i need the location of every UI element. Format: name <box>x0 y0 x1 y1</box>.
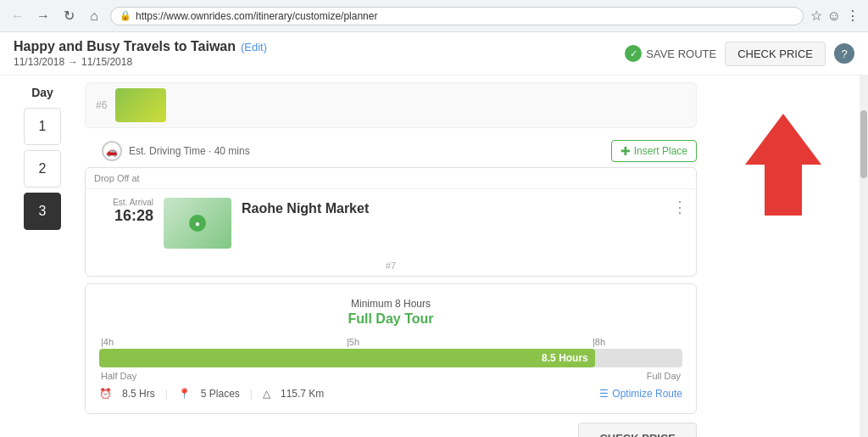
forward-button[interactable]: → <box>34 7 53 25</box>
clock-icon: ⏰ <box>99 388 112 400</box>
arrival-time: 16:28 <box>114 207 153 225</box>
red-arrow-icon <box>741 109 826 220</box>
car-icon: 🚗 <box>102 141 122 161</box>
day-label: Day <box>31 86 53 99</box>
plus-icon: ✚ <box>620 144 631 158</box>
page-wrapper: Happy and Busy Travels to Taiwan (Edit) … <box>0 32 868 437</box>
check-price-header-button[interactable]: CHECK PRICE <box>725 42 826 66</box>
place-info: Raohe Night Market <box>242 198 662 249</box>
place-thumbnail: ● <box>164 198 231 249</box>
menu-button[interactable]: ⋮ <box>846 8 860 24</box>
partial-place-num: #6 <box>96 99 107 111</box>
browser-actions: ☆ ☺ ⋮ <box>810 8 860 24</box>
browser-chrome: ← → ↻ ⌂ 🔒 https://www.ownrides.com/itine… <box>0 0 868 32</box>
half-day-label: Half Day <box>101 371 136 381</box>
save-route-label: SAVE ROUTE <box>646 48 716 60</box>
day-1-button[interactable]: 1 <box>24 108 61 145</box>
date-range: 11/13/2018 → 11/15/2018 <box>14 56 267 68</box>
optimize-icon: ☰ <box>599 388 609 400</box>
place-card-top: Drop Off at <box>86 168 696 189</box>
min-hours-label: Minimum 8 Hours <box>99 298 682 310</box>
back-button[interactable]: ← <box>8 7 27 25</box>
progress-container: |4h |5h |8h 8.5 Hours Half Day Full Day <box>99 337 682 381</box>
header-left: Happy and Busy Travels to Taiwan (Edit) … <box>14 39 267 68</box>
title-text: Happy and Busy Travels to Taiwan <box>14 39 236 54</box>
day-sidebar: Day 1 2 3 <box>0 76 85 437</box>
distance-stat: 115.7 Km <box>281 388 324 400</box>
arrival-info: Est. Arrival 16:28 <box>94 198 153 249</box>
places-stat: 5 Places <box>201 388 240 400</box>
map-pin: ● <box>189 215 206 232</box>
date-start: 11/13/2018 <box>14 56 64 68</box>
profile-button[interactable]: ☺ <box>827 8 841 24</box>
pin-icon: 📍 <box>178 388 191 400</box>
progress-track: 8.5 Hours <box>99 349 682 367</box>
page-header: Happy and Busy Travels to Taiwan (Edit) … <box>0 32 868 76</box>
full-day-label: Full Day <box>647 371 681 381</box>
date-end: 11/15/2018 <box>81 56 132 68</box>
main-content: Day 1 2 3 #6 🚗 Est. Driving Time · 40 mi… <box>0 76 868 437</box>
arrow-area <box>707 76 860 437</box>
scrollbar-thumb[interactable] <box>860 110 867 178</box>
check-price-main-button[interactable]: CHECK PRICE <box>578 423 697 437</box>
day-2-button[interactable]: 2 <box>24 150 61 188</box>
tour-type-label: Full Day Tour <box>99 311 682 327</box>
more-options-icon[interactable]: ⋮ <box>672 198 687 216</box>
reload-button[interactable]: ↻ <box>59 7 78 25</box>
raohe-place-card: Drop Off at Est. Arrival 16:28 ● Raohe N… <box>85 167 697 277</box>
header-right: ✓ SAVE ROUTE CHECK PRICE ? <box>625 42 854 66</box>
drop-off-label: Drop Off at <box>94 173 140 183</box>
scrollbar[interactable] <box>860 76 868 437</box>
save-route-button[interactable]: ✓ SAVE ROUTE <box>625 45 716 62</box>
address-bar[interactable]: 🔒 https://www.ownrides.com/itinerary/cus… <box>110 7 804 25</box>
itinerary-title: Happy and Busy Travels to Taiwan (Edit) <box>14 39 267 54</box>
progress-labels-bottom: Half Day Full Day <box>99 371 682 381</box>
partial-thumb <box>115 88 166 122</box>
progress-labels-top: |4h |5h |8h <box>99 337 682 347</box>
place-num-badge: #7 <box>86 257 696 276</box>
progress-fill: 8.5 Hours <box>99 349 595 367</box>
save-icon: ✓ <box>625 45 642 62</box>
driving-time-bar: 🚗 Est. Driving Time · 40 mins ✚ Insert P… <box>102 135 697 167</box>
optimize-label: Optimize Route <box>612 388 682 400</box>
edit-link[interactable]: (Edit) <box>241 41 267 53</box>
hours-stat: 8.5 Hrs <box>122 388 155 400</box>
place-card-body: Est. Arrival 16:28 ● Raohe Night Market … <box>86 189 696 257</box>
progress-label: 8.5 Hours <box>542 352 588 364</box>
driving-time-text: Est. Driving Time · 40 mins <box>129 145 250 157</box>
tick-8h: |8h <box>593 337 605 347</box>
est-arrival-label: Est. Arrival <box>113 198 153 207</box>
help-button[interactable]: ? <box>834 43 854 64</box>
bookmark-button[interactable]: ☆ <box>810 8 822 24</box>
distance-icon: △ <box>263 388 270 400</box>
insert-place-button[interactable]: ✚ Insert Place <box>611 140 697 162</box>
lock-icon: 🔒 <box>120 10 131 21</box>
itinerary-area[interactable]: #6 🚗 Est. Driving Time · 40 mins ✚ Inser… <box>85 76 707 437</box>
date-arrow: → <box>68 56 78 68</box>
check-price-row: CHECK PRICE <box>85 423 697 437</box>
tick-4h: |4h <box>101 337 114 347</box>
svg-marker-0 <box>745 114 821 216</box>
tick-5h: |5h <box>347 337 359 347</box>
url-text: https://www.ownrides.com/itinerary/custo… <box>136 10 377 22</box>
day-3-button[interactable]: 3 <box>24 193 61 230</box>
home-button[interactable]: ⌂ <box>85 7 103 25</box>
partial-card: #6 <box>85 82 697 128</box>
optimize-route-button[interactable]: ☰ Optimize Route <box>599 388 682 400</box>
place-name: Raohe Night Market <box>242 201 662 216</box>
summary-card: Minimum 8 Hours Full Day Tour |4h |5h |8… <box>85 283 697 414</box>
stats-row: ⏰ 8.5 Hrs | 📍 5 Places | △ 115.7 Km ☰ Op… <box>99 388 682 400</box>
